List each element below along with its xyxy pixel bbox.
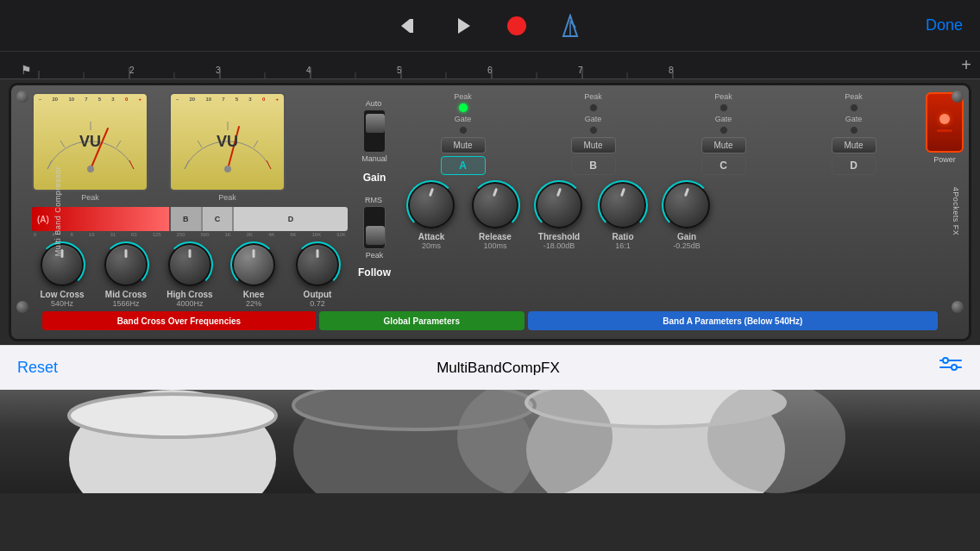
band-d-column: Peak Gate Mute D: [792, 92, 915, 175]
band-c-mute-button[interactable]: Mute: [701, 137, 746, 153]
svg-line-32: [254, 141, 258, 147]
rms-peak-toggle[interactable]: [363, 206, 386, 249]
rms-label: RMS: [365, 196, 382, 204]
auto-label: Auto: [366, 99, 382, 108]
high-cross-label: High Cross: [166, 290, 212, 299]
svg-line-22: [47, 160, 52, 169]
band-a-gate-led: [459, 126, 468, 135]
band-b-mute-button[interactable]: Mute: [571, 137, 616, 153]
record-button[interactable]: [498, 7, 536, 45]
svg-line-23: [60, 141, 65, 147]
vu-label-left: VU: [79, 133, 101, 151]
comp-knobs-row: Attack 20ms Release 100ms: [401, 182, 964, 250]
plugin-name: MultiBandCompFX: [437, 360, 560, 377]
release-knob-unit: Release 100ms: [465, 182, 525, 250]
band-cross-bar: Band Cross Over Frequencies: [42, 311, 316, 330]
screw-bottom-right: [952, 301, 964, 313]
auto-manual-toggle-group: Auto Manual: [361, 99, 387, 163]
rewind-button[interactable]: [391, 7, 429, 45]
settings-button[interactable]: [939, 356, 963, 379]
attack-knob-unit: Attack 20ms: [401, 182, 462, 250]
release-knob[interactable]: [472, 182, 518, 229]
gain-section-label: Gain: [363, 172, 386, 184]
auto-manual-toggle[interactable]: [363, 110, 386, 153]
reset-button[interactable]: Reset: [17, 359, 58, 377]
attack-label: Attack: [418, 232, 445, 241]
output-knob[interactable]: [296, 243, 339, 286]
band-b-peak-label: Peak: [584, 92, 602, 101]
band-a-column: Peak Gate Mute A: [401, 92, 525, 175]
crossover-knobs-row: Low Cross 540Hz Mid Cross 1566Hz: [32, 243, 348, 308]
ruler-ticks: [9, 52, 971, 78]
parameter-bars: Band Cross Over Frequencies Global Param…: [42, 311, 938, 330]
screw-top-left: [16, 91, 28, 103]
low-cross-label: Low Cross: [40, 290, 84, 299]
side-label-left: Multi Band Compressor: [53, 166, 62, 257]
gain-knob-label: Gain: [677, 232, 696, 241]
band-d-mute-button[interactable]: Mute: [832, 137, 876, 153]
screw-bottom-left: [16, 301, 28, 313]
svg-point-37: [943, 358, 948, 363]
band-b-gate-label: Gate: [585, 115, 602, 123]
gain-knob-unit: Gain -0.25dB: [656, 182, 717, 250]
knee-value: 22%: [246, 299, 261, 308]
knee-knob[interactable]: [232, 243, 275, 286]
ratio-knob-unit: Ratio 16:1: [593, 182, 653, 250]
band-c-gate-label: Gate: [715, 115, 732, 123]
svg-line-33: [267, 160, 271, 169]
release-label: Release: [479, 232, 512, 241]
output-value: 0.72: [310, 299, 325, 308]
power-led: [939, 114, 950, 124]
svg-line-30: [198, 141, 202, 147]
ratio-knob[interactable]: [600, 182, 646, 229]
band-c-peak-led: [719, 103, 728, 112]
knee-label: Knee: [243, 290, 264, 299]
svg-point-39: [952, 365, 957, 370]
knee-knob-unit: Knee 22%: [223, 243, 284, 308]
band-controls-row: Peak Gate Mute A Peak Gate Mute B: [401, 92, 964, 175]
frequency-display: (A) B C D 0 4 8 16: [32, 207, 348, 238]
freq-band-d: D: [234, 207, 348, 231]
gain-knob[interactable]: [663, 182, 710, 229]
drum-svg: [0, 390, 980, 493]
band-d-gate-label: Gate: [845, 115, 863, 123]
svg-line-25: [116, 141, 121, 147]
add-timeline-button[interactable]: +: [961, 55, 971, 75]
vu-peak-label-left: Peak: [81, 193, 99, 202]
svg-marker-0: [401, 19, 410, 33]
band-a-peak-led: [459, 103, 468, 112]
svg-point-35: [224, 166, 231, 172]
side-label-right: 4Pockets FX: [952, 187, 961, 236]
band-d-select-button[interactable]: D: [832, 156, 876, 175]
band-a-select-button[interactable]: A: [441, 156, 486, 175]
band-c-select-button[interactable]: C: [701, 156, 746, 175]
band-c-column: Peak Gate Mute C: [662, 92, 785, 175]
low-cross-value: 540Hz: [51, 299, 73, 308]
ratio-value: 16:1: [615, 241, 631, 250]
band-a-mute-button[interactable]: Mute: [441, 137, 486, 153]
metronome-button[interactable]: [551, 7, 589, 45]
svg-marker-2: [458, 18, 470, 34]
vu-scale-minus: –: [39, 97, 41, 102]
transport-bar: Done: [0, 0, 980, 52]
band-d-gate-led: [850, 126, 858, 135]
attack-knob[interactable]: [408, 182, 455, 229]
vu-peak-label-right: Peak: [218, 193, 236, 202]
right-panel: Peak Gate Mute A Peak Gate Mute B: [401, 92, 964, 308]
bottom-toolbar: Reset MultiBandCompFX: [0, 345, 980, 390]
threshold-knob[interactable]: [536, 182, 582, 229]
release-value: 100ms: [483, 241, 506, 250]
svg-point-3: [507, 16, 526, 35]
threshold-value: -18.00dB: [543, 241, 575, 250]
band-b-select-button[interactable]: B: [571, 156, 616, 175]
timeline-ruler: ⚑ 2 3 4 5 6 7 8 +: [0, 52, 980, 79]
svg-point-28: [87, 166, 94, 172]
vu-meter-right: – 20 10 7 5 3 0 +: [169, 92, 286, 202]
done-button[interactable]: Done: [926, 16, 963, 34]
freq-band-b: B: [171, 207, 203, 231]
mid-cross-knob[interactable]: [104, 243, 148, 286]
high-cross-knob[interactable]: [168, 243, 211, 286]
play-button[interactable]: [444, 7, 482, 45]
rms-toggle-handle: [366, 226, 385, 245]
high-cross-knob-unit: High Cross 4000Hz: [160, 243, 220, 308]
